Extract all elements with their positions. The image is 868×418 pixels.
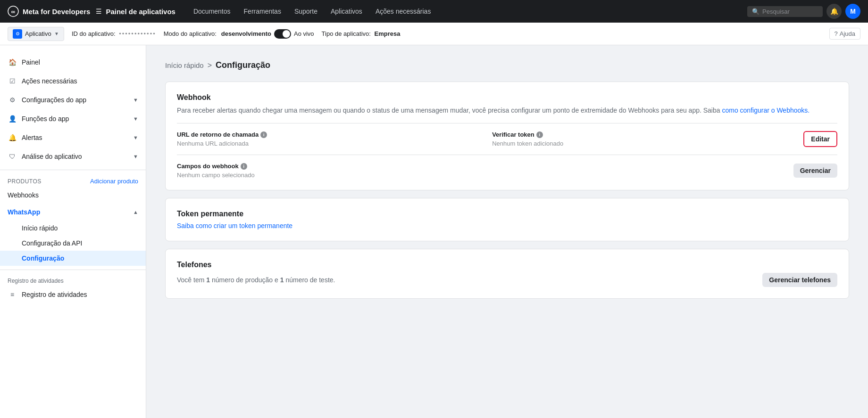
breadcrumb: Início rápido > Configuração — [165, 60, 849, 70]
token-info-icon[interactable]: i — [536, 131, 543, 138]
token-card: Token permanente Saiba como criar um tok… — [165, 198, 849, 241]
brand-logo: ∞ Meta for Developers — [8, 6, 90, 17]
nav-ferramentas[interactable]: Ferramentas — [237, 0, 288, 23]
edit-button[interactable]: Editar — [803, 131, 837, 147]
sidebar: 🏠 Painel ☑ Ações necessárias ⚙ Configura… — [0, 45, 146, 418]
mode-value: desenvolvimento — [221, 30, 271, 37]
type-value: Empresa — [375, 30, 401, 37]
webhook-campos-row: Campos do webhook i Nenhum campo selecio… — [177, 163, 837, 179]
webhook-campos-label: Campos do webhook i — [177, 163, 786, 170]
help-button[interactable]: ? Ajuda — [829, 28, 860, 40]
webhook-fields-section: URL de retorno de chamada i Nenhuma URL … — [177, 123, 837, 147]
sub-nav: ⚙ Aplicativo ▼ ID do aplicativo: •••••••… — [0, 23, 868, 45]
phones-bold1: 1 — [206, 276, 210, 284]
sidebar-item-config-app[interactable]: ⚙ Configurações do app ▼ — [0, 90, 146, 109]
mode-live-label: Ao vivo — [294, 30, 314, 37]
breadcrumb-current: Configuração — [216, 60, 270, 70]
webhook-edit-action: Editar — [803, 131, 837, 147]
app-id-value: •••••••••••• — [119, 30, 156, 37]
notifications-bell[interactable]: 🔔 — [826, 4, 842, 19]
chevron-whatsapp-icon: ▲ — [133, 209, 138, 215]
sidebar-item-registro[interactable]: ≡ Registro de atividades — [0, 285, 146, 304]
app-selector-icon: ⚙ — [13, 29, 22, 39]
shield-icon: 🛡 — [8, 152, 17, 161]
chevron-alertas-icon: ▼ — [133, 135, 138, 140]
top-nav-links: Documentos Ferramentas Suporte Aplicativ… — [187, 0, 747, 23]
webhook-url-label: URL de retorno de chamada i — [177, 131, 481, 138]
search-input[interactable] — [762, 8, 818, 15]
webhook-url-token-fields: URL de retorno de chamada i Nenhuma URL … — [177, 131, 796, 147]
sidebar-item-alertas[interactable]: 🔔 Alertas ▼ — [0, 128, 146, 147]
main-content: Início rápido > Configuração Webhook Par… — [146, 45, 868, 418]
person-icon: 👤 — [8, 114, 17, 123]
campos-info-icon[interactable]: i — [241, 163, 247, 170]
sidebar-item-whatsapp[interactable]: WhatsApp ▲ — [0, 204, 146, 221]
phones-bold2: 1 — [280, 276, 284, 284]
home-icon: 🏠 — [8, 57, 17, 67]
menu-icon[interactable]: ☰ — [96, 8, 102, 15]
url-info-icon[interactable]: i — [260, 131, 267, 138]
sidebar-subitem-config-api[interactable]: Configuração da API — [0, 236, 146, 251]
svg-text:∞: ∞ — [11, 8, 16, 15]
manage-action: Gerenciar — [793, 164, 837, 178]
sidebar-item-acoes[interactable]: ☑ Ações necessárias — [0, 72, 146, 90]
webhook-campos-field: Campos do webhook i Nenhum campo selecio… — [177, 163, 786, 179]
webhook-card: Webhook Para receber alertas quando cheg… — [165, 82, 849, 190]
webhook-url-value: Nenhuma URL adicionada — [177, 140, 481, 147]
sidebar-subitem-inicio-rapido[interactable]: Início rápido — [0, 221, 146, 236]
webhook-link[interactable]: como configurar o Webhooks. — [722, 107, 810, 114]
webhook-token-label: Verificar token i — [492, 131, 796, 138]
phones-row: Você tem 1 número de produção e 1 número… — [177, 273, 837, 287]
app-type-field: Tipo de aplicativo: Empresa — [322, 30, 401, 37]
breadcrumb-parent[interactable]: Início rápido — [165, 61, 204, 69]
webhook-desc: Para receber alertas quando chegar uma m… — [177, 106, 837, 115]
nav-aplicativos[interactable]: Aplicativos — [324, 0, 369, 23]
gear-icon: ⚙ — [8, 95, 17, 105]
products-section-header: Produtos Adicionar produto — [0, 174, 146, 187]
webhook-url-token-row: URL de retorno de chamada i Nenhuma URL … — [177, 131, 837, 147]
chevron-down-icon: ▼ — [54, 31, 59, 36]
bell-icon: 🔔 — [8, 133, 17, 142]
search-box[interactable]: 🔍 — [747, 6, 823, 17]
sidebar-divider-2 — [0, 270, 146, 270]
app-selector-label: Aplicativo — [25, 30, 51, 37]
registro-section-label: Registro de atividades — [0, 274, 146, 285]
sidebar-item-webhooks[interactable]: Webhooks — [0, 187, 146, 204]
app-selector[interactable]: ⚙ Aplicativo ▼ — [8, 27, 64, 41]
nav-suporte[interactable]: Suporte — [288, 0, 324, 23]
top-nav: ∞ Meta for Developers ☰ Painel de aplica… — [0, 0, 868, 23]
sidebar-item-painel[interactable]: 🏠 Painel — [0, 53, 146, 72]
sidebar-item-analise[interactable]: 🛡 Análise do aplicativo ▼ — [0, 147, 146, 166]
chevron-analise-icon: ▼ — [133, 154, 138, 159]
app-mode-field: Modo do aplicativo: desenvolvimento Ao v… — [164, 29, 314, 39]
user-avatar[interactable]: M — [845, 4, 860, 19]
nav-documentos[interactable]: Documentos — [187, 0, 237, 23]
webhook-token-field: Verificar token i Nenhum token adicionad… — [492, 131, 796, 147]
manage-button[interactable]: Gerenciar — [793, 164, 837, 178]
webhook-url-field: URL de retorno de chamada i Nenhuma URL … — [177, 131, 481, 147]
app-panel-label: Painel de aplicativos — [106, 8, 175, 16]
webhook-token-value: Nenhum token adicionado — [492, 140, 796, 147]
list-check-icon: ☑ — [8, 76, 17, 86]
phones-desc: Você tem 1 número de produção e 1 número… — [177, 275, 335, 285]
sidebar-divider — [0, 170, 146, 170]
manage-phones-button[interactable]: Gerenciar telefones — [762, 273, 837, 287]
chevron-funcoes-icon: ▼ — [133, 116, 138, 122]
webhook-campos-section: Campos do webhook i Nenhum campo selecio… — [177, 155, 837, 179]
mode-toggle[interactable] — [274, 29, 291, 39]
token-title: Token permanente — [177, 210, 837, 218]
page-layout: 🏠 Painel ☑ Ações necessárias ⚙ Configura… — [0, 45, 868, 418]
breadcrumb-separator: > — [208, 61, 212, 70]
nav-acoes-necessarias[interactable]: Ações necessárias — [369, 0, 438, 23]
search-icon: 🔍 — [752, 8, 760, 15]
top-nav-right: 🔍 🔔 M — [747, 4, 860, 19]
list-icon: ≡ — [8, 290, 17, 299]
sidebar-subitem-configuracao[interactable]: Configuração — [0, 251, 146, 266]
phones-card: Telefones Você tem 1 número de produção … — [165, 249, 849, 299]
add-product-link[interactable]: Adicionar produto — [90, 178, 138, 185]
app-id-field: ID do aplicativo: •••••••••••• — [72, 30, 156, 37]
webhook-title: Webhook — [177, 93, 837, 102]
chevron-config-icon: ▼ — [133, 97, 138, 103]
token-link[interactable]: Saiba como criar um token permanente — [177, 222, 292, 229]
sidebar-item-funcoes[interactable]: 👤 Funções do app ▼ — [0, 109, 146, 128]
